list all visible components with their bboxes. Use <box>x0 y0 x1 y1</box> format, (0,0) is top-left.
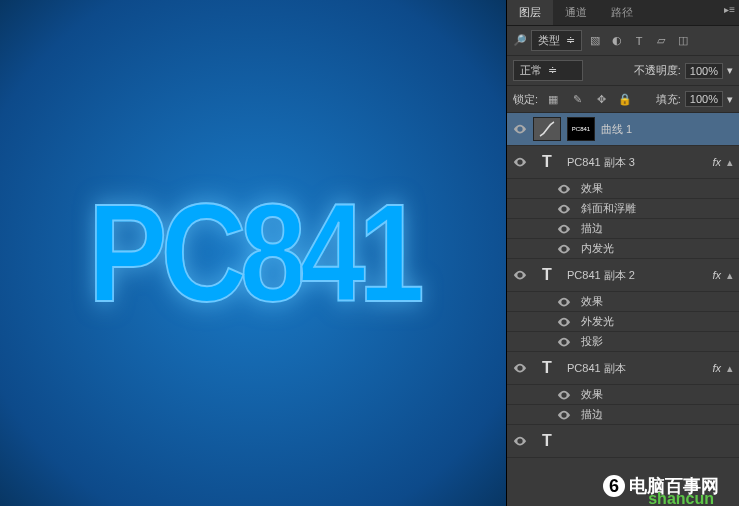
canvas-area: PC841 <box>0 0 506 506</box>
visibility-icon[interactable] <box>513 155 527 169</box>
filter-shape-icon[interactable]: ▱ <box>652 32 670 50</box>
effect-name: 外发光 <box>581 314 614 329</box>
filter-pixel-icon[interactable]: ▧ <box>586 32 604 50</box>
visibility-icon[interactable] <box>513 361 527 375</box>
effect-name: 效果 <box>581 294 603 309</box>
chevron-down-icon[interactable]: ▾ <box>727 93 733 106</box>
effect-row[interactable]: 投影 <box>507 332 739 352</box>
effect-row[interactable]: 外发光 <box>507 312 739 332</box>
layers-panel: ▸≡ 图层 通道 路径 🔎 类型 ≑ ▧ ◐ T ▱ ◫ 正常 ≑ 不透明度: … <box>506 0 739 506</box>
layer-filter-row: 🔎 类型 ≑ ▧ ◐ T ▱ ◫ <box>507 26 739 56</box>
effect-name: 描边 <box>581 407 603 422</box>
adjustment-thumb <box>533 117 561 141</box>
effects-toggle-icon[interactable]: ▴ <box>727 269 733 282</box>
lock-move-icon[interactable]: ✥ <box>592 90 610 108</box>
fill-label: 填充: <box>656 92 681 107</box>
effect-name: 描边 <box>581 221 603 236</box>
panel-tabs: 图层 通道 路径 <box>507 0 739 26</box>
effect-name: 内发光 <box>581 241 614 256</box>
layer-name: PC841 副本 3 <box>567 155 706 170</box>
effect-row[interactable]: 描边 <box>507 219 739 239</box>
effect-row[interactable]: 效果 <box>507 292 739 312</box>
filter-type-icon[interactable]: T <box>630 32 648 50</box>
fx-badge[interactable]: fx <box>712 269 721 281</box>
visibility-icon[interactable] <box>557 315 571 329</box>
layer-name: PC841 副本 2 <box>567 268 706 283</box>
fx-badge[interactable]: fx <box>712 156 721 168</box>
visibility-icon[interactable] <box>513 434 527 448</box>
opacity-input[interactable]: 100% <box>685 63 723 79</box>
visibility-icon[interactable] <box>557 388 571 402</box>
lock-transparency-icon[interactable]: ▦ <box>544 90 562 108</box>
tab-channels[interactable]: 通道 <box>553 0 599 25</box>
lock-brush-icon[interactable]: ✎ <box>568 90 586 108</box>
lock-all-icon[interactable]: 🔒 <box>616 90 634 108</box>
layer-row[interactable]: T PC841 副本 3 fx ▴ <box>507 146 739 179</box>
mask-thumb: PC841 <box>567 117 595 141</box>
visibility-icon[interactable] <box>557 182 571 196</box>
blend-mode-value: 正常 <box>520 63 542 78</box>
visibility-icon[interactable] <box>557 222 571 236</box>
lock-label: 锁定: <box>513 92 538 107</box>
chevron-down-icon[interactable]: ▾ <box>727 64 733 77</box>
layers-list: PC841 曲线 1 T PC841 副本 3 fx ▴ 效果 斜面和浮雕 描边… <box>507 113 739 506</box>
visibility-icon[interactable] <box>557 242 571 256</box>
visibility-icon[interactable] <box>557 335 571 349</box>
visibility-icon[interactable] <box>513 268 527 282</box>
text-layer-icon: T <box>533 356 561 380</box>
blend-mode-dropdown[interactable]: 正常 ≑ <box>513 60 583 81</box>
panel-menu-icon[interactable]: ▸≡ <box>724 4 735 15</box>
layer-row[interactable]: T PC841 副本 2 fx ▴ <box>507 259 739 292</box>
visibility-icon[interactable] <box>557 408 571 422</box>
watermark-logo-icon: 6 <box>603 475 625 497</box>
canvas-text-pc841: PC841 <box>88 172 418 334</box>
effect-name: 投影 <box>581 334 603 349</box>
text-layer-icon: T <box>533 429 561 453</box>
opacity-label: 不透明度: <box>634 63 681 78</box>
effect-row[interactable]: 描边 <box>507 405 739 425</box>
layer-row[interactable]: PC841 曲线 1 <box>507 113 739 146</box>
tab-layers[interactable]: 图层 <box>507 0 553 25</box>
effect-name: 效果 <box>581 387 603 402</box>
effect-row[interactable]: 斜面和浮雕 <box>507 199 739 219</box>
effects-toggle-icon[interactable]: ▴ <box>727 362 733 375</box>
filter-label: 类型 <box>538 33 560 48</box>
chevron-down-icon: ≑ <box>548 64 557 77</box>
search-icon: 🔎 <box>513 34 527 47</box>
tab-paths[interactable]: 路径 <box>599 0 645 25</box>
layer-row[interactable]: T PC841 副本 fx ▴ <box>507 352 739 385</box>
watermark-sub: shancun <box>648 490 714 506</box>
blend-row: 正常 ≑ 不透明度: 100% ▾ <box>507 56 739 86</box>
layer-name: 曲线 1 <box>601 122 733 137</box>
effects-group: 效果 斜面和浮雕 描边 内发光 <box>507 179 739 259</box>
visibility-icon[interactable] <box>557 295 571 309</box>
chevron-down-icon: ≑ <box>566 34 575 47</box>
fill-input[interactable]: 100% <box>685 91 723 107</box>
effect-row[interactable]: 效果 <box>507 179 739 199</box>
filter-type-dropdown[interactable]: 类型 ≑ <box>531 30 582 51</box>
filter-adjustment-icon[interactable]: ◐ <box>608 32 626 50</box>
visibility-icon[interactable] <box>557 202 571 216</box>
effects-group: 效果 描边 <box>507 385 739 425</box>
text-layer-icon: T <box>533 150 561 174</box>
filter-smart-icon[interactable]: ◫ <box>674 32 692 50</box>
fx-badge[interactable]: fx <box>712 362 721 374</box>
layer-name: PC841 副本 <box>567 361 706 376</box>
layer-row[interactable]: T <box>507 425 739 458</box>
visibility-icon[interactable] <box>513 122 527 136</box>
effect-row[interactable]: 效果 <box>507 385 739 405</box>
effect-name: 斜面和浮雕 <box>581 201 636 216</box>
effect-name: 效果 <box>581 181 603 196</box>
lock-row: 锁定: ▦ ✎ ✥ 🔒 填充: 100% ▾ <box>507 86 739 113</box>
effects-toggle-icon[interactable]: ▴ <box>727 156 733 169</box>
text-layer-icon: T <box>533 263 561 287</box>
effects-group: 效果 外发光 投影 <box>507 292 739 352</box>
effect-row[interactable]: 内发光 <box>507 239 739 259</box>
